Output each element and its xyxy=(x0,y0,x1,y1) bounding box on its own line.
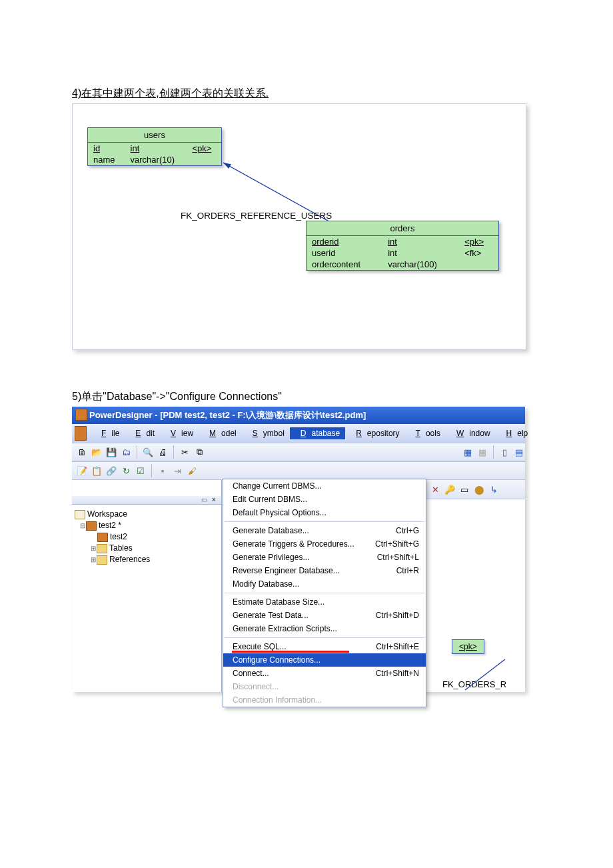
titlebar-text: PowerDesigner - [PDM test2, test2 - F:\入… xyxy=(89,410,366,420)
entity-orders: orders orderid int <pk> userid int <fk> … xyxy=(306,221,499,271)
menu-file[interactable]: File xyxy=(91,427,125,439)
orders-col1-key: <fk> xyxy=(459,247,498,259)
toolbar-row-2: 📝 📋 🔗 ↻ ☑ ▪ ⇥ 🖌 xyxy=(72,461,525,480)
edit-icon[interactable]: 📝 xyxy=(76,465,88,477)
users-col1-key xyxy=(187,154,221,165)
menu-model[interactable]: Model xyxy=(199,427,242,439)
menu-tools[interactable]: Tools xyxy=(405,427,446,439)
users-col0-key: <pk> xyxy=(187,143,221,154)
text-icon[interactable]: ⇥ xyxy=(171,465,183,477)
tree-tables[interactable]: Tables xyxy=(109,543,133,553)
peek-entity: <pk> xyxy=(452,639,484,654)
powerdesigner-window: PowerDesigner - [PDM test2, test2 - F:\入… xyxy=(72,407,525,692)
entity-orders-title: orders xyxy=(306,221,498,236)
close-icon[interactable]: × xyxy=(212,496,220,503)
menu-item[interactable]: Generate Extraction Scripts... xyxy=(223,622,426,635)
refresh-icon[interactable]: ↻ xyxy=(120,465,132,477)
menu-item: Connection Information... xyxy=(223,693,426,707)
cut-icon[interactable]: ✂ xyxy=(179,446,191,458)
orders-col2-type: varchar(100) xyxy=(382,259,459,270)
entity-users-title: users xyxy=(88,128,221,143)
link-icon[interactable]: 🔗 xyxy=(105,465,117,477)
paste-icon[interactable]: 📋 xyxy=(91,465,103,477)
menu-item[interactable]: Generate Database...Ctrl+G xyxy=(223,524,426,537)
canvas-peek: <pk> FK_ORDERS_R xyxy=(432,639,525,689)
orders-col1-type: int xyxy=(382,247,459,259)
model-icon xyxy=(86,521,97,531)
tree-refs[interactable]: References xyxy=(109,555,150,564)
saveall-icon[interactable]: 🗂 xyxy=(120,446,132,458)
pin-icon[interactable]: ▭ xyxy=(201,496,209,503)
pdm-icon xyxy=(97,533,108,542)
orders-col1-name: userid xyxy=(306,247,382,259)
peek-rel-label: FK_ORDERS_R xyxy=(442,679,525,689)
menu-item[interactable]: Generate Triggers & Procedures...Ctrl+Sh… xyxy=(223,537,426,551)
open-icon[interactable]: 📂 xyxy=(91,446,103,458)
menu-database[interactable]: Database xyxy=(290,427,345,439)
brush-icon[interactable]: 🖌 xyxy=(186,465,198,477)
tool-x-icon[interactable]: ✕ xyxy=(429,483,441,495)
titlebar: PowerDesigner - [PDM test2, test2 - F:\入… xyxy=(72,407,525,424)
users-col1-type: varchar(10) xyxy=(125,154,187,165)
new-icon[interactable]: 🗎 xyxy=(76,446,88,458)
right-toolstrip: ✕ 🔑 ▭ ⬤ ↳ xyxy=(425,480,525,499)
menu-symbol[interactable]: Symbol xyxy=(242,427,290,439)
tool-key-icon[interactable]: 🔑 xyxy=(444,483,456,495)
workspace-icon xyxy=(75,510,85,519)
menu-edit[interactable]: Edit xyxy=(125,427,160,439)
menu-item: Disconnect... xyxy=(223,680,426,693)
orders-col2-name: ordercontent xyxy=(306,259,382,270)
database-dropdown[interactable]: Change Current DBMS...Edit Current DBMS.… xyxy=(223,479,426,707)
tool-rect-icon[interactable]: ▭ xyxy=(458,483,470,495)
tree-model[interactable]: test2 * xyxy=(99,521,121,530)
menu-item[interactable]: Generate Privileges...Ctrl+Shift+L xyxy=(223,551,426,564)
menu-separator xyxy=(225,521,424,522)
tool-disk-icon[interactable]: ⬤ xyxy=(473,483,485,495)
folder-icon xyxy=(97,544,107,553)
pane-header: ▭ × xyxy=(72,496,221,505)
mdi-icon xyxy=(75,426,87,441)
step5-text: 5)单击"Database"->"Configure Connections" xyxy=(72,390,541,404)
tool-r1a-icon[interactable]: ▦ xyxy=(462,446,474,458)
tool-r1d-icon[interactable]: ▤ xyxy=(513,446,525,458)
orders-col2-key xyxy=(459,259,498,270)
menu-item[interactable]: Edit Current DBMS... xyxy=(223,493,426,506)
menu-help[interactable]: Help xyxy=(496,427,534,439)
menu-separator xyxy=(225,637,424,638)
save-icon[interactable]: 💾 xyxy=(105,446,117,458)
menu-separator xyxy=(225,593,424,593)
preview-icon[interactable]: 🔍 xyxy=(142,446,154,458)
orders-col0-key: <pk> xyxy=(459,236,498,247)
menu-item[interactable]: Configure Connections... xyxy=(223,653,426,667)
menu-item[interactable]: Connect...Ctrl+Shift+N xyxy=(223,667,426,680)
menu-item[interactable]: Change Current DBMS... xyxy=(223,479,426,493)
menubar[interactable]: File Edit View Model Symbol Database Rep… xyxy=(72,424,525,443)
tool-r1c-icon[interactable]: ▯ xyxy=(498,446,510,458)
users-col0-name: id xyxy=(88,143,125,154)
menu-window[interactable]: Window xyxy=(446,427,496,439)
check-icon[interactable]: ☑ xyxy=(135,465,147,477)
tree-pdm[interactable]: test2 xyxy=(110,532,127,541)
menu-repository[interactable]: Repository xyxy=(345,427,404,439)
menu-item[interactable]: Reverse Engineer Database...Ctrl+R xyxy=(223,564,426,577)
menu-view[interactable]: View xyxy=(160,427,199,439)
menu-item[interactable]: Modify Database... xyxy=(223,577,426,591)
er-diagram: users id int <pk> name varchar(10) order… xyxy=(72,103,526,350)
folder-icon xyxy=(97,555,107,565)
tree[interactable]: Workspace ⊟test2 * test2 ⊞Tables ⊞Refere… xyxy=(72,505,221,569)
menu-item[interactable]: Estimate Database Size... xyxy=(223,595,426,609)
copy-icon[interactable]: ⧉ xyxy=(193,446,205,458)
tree-workspace[interactable]: Workspace xyxy=(87,509,127,519)
step4-text: 4)在其中建两个表,创建两个表的关联关系. xyxy=(72,87,541,101)
tool-r1b-icon[interactable]: ▦ xyxy=(476,446,488,458)
menu-item[interactable]: Generate Test Data...Ctrl+Shift+D xyxy=(223,609,426,622)
pd-body: ▭ × Workspace ⊟test2 * test2 ⊞Tables ⊞Re… xyxy=(72,480,525,692)
relation-label: FK_ORDERS_REFERENCE_USERS xyxy=(181,211,332,221)
block-icon[interactable]: ▪ xyxy=(157,465,169,477)
users-col0-type: int xyxy=(125,143,187,154)
menu-item[interactable]: Default Physical Options... xyxy=(223,506,426,519)
tool-rel-icon[interactable]: ↳ xyxy=(488,483,500,495)
print-icon[interactable]: 🖨 xyxy=(157,446,169,458)
orders-col0-type: int xyxy=(382,236,459,247)
app-icon xyxy=(75,409,87,421)
